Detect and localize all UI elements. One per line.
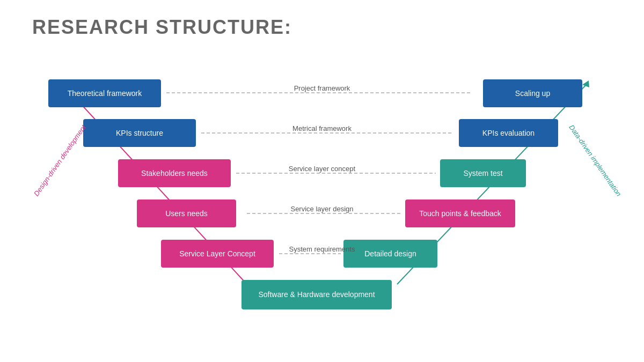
service-layer-concept-label: Service layer concept [289,165,355,173]
kpis-evaluation-box: KPIs evaluation [459,119,558,147]
scaling-up-box: Scaling up [483,79,582,107]
kpis-structure-box: KPIs structure [83,119,196,147]
system-test-box: System test [440,159,526,187]
svg-marker-8 [582,80,589,87]
users-needs-box: Users needs [137,200,236,227]
diagram-container: Theoretical framework KPIs structure Sta… [0,54,644,359]
project-framework-label: Project framework [294,84,350,92]
touch-points-box: Touch points & feedback [405,200,515,227]
data-driven-label: Data-driven implementation [567,123,624,198]
page-title: RESEARCH STRUCTURE: [32,16,292,39]
system-requirements-label: System requirements [289,245,355,253]
theoretical-framework-box: Theoretical framework [48,79,161,107]
detailed-design-box: Detailed design [343,240,437,268]
metrical-framework-label: Metrical framework [292,124,352,132]
software-hardware-box: Software & Hardware development [241,280,392,309]
design-driven-label: Design-driven development [31,123,88,198]
service-layer-design-label: Service layer design [290,205,353,213]
stakeholders-needs-box: Stakeholders needs [118,159,231,187]
service-layer-concept-box: Service Layer Concept [161,240,274,268]
